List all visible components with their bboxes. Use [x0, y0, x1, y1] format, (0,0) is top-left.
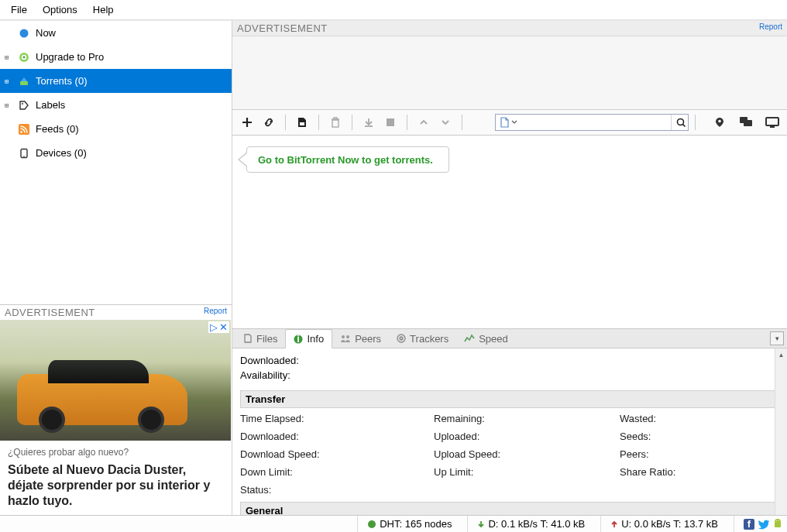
bundles-button[interactable]: [710, 113, 730, 132]
share-ratio-label: Share Ratio:: [620, 465, 779, 479]
down-limit-label: Down Limit:: [240, 465, 418, 479]
tab-files[interactable]: Files: [235, 330, 285, 348]
sidebar: Now ⊞ Upgrade to Pro ⊞ Torrents (0) ⊞ La…: [0, 21, 232, 515]
ad-headline[interactable]: Súbete al Nuevo Dacia Duster, déjate sor…: [8, 462, 224, 509]
device-icon: [19, 148, 29, 159]
svg-text:i: i: [297, 335, 301, 344]
move-up-button[interactable]: [414, 113, 434, 132]
tab-info[interactable]: i Info: [285, 329, 332, 348]
add-url-button[interactable]: [259, 113, 279, 132]
menu-bar: File Options Help: [0, 0, 787, 20]
svg-point-13: [678, 118, 684, 125]
sidebar-item-label: Torrents (0): [36, 75, 87, 87]
transfer-section-header: Transfer: [240, 390, 779, 408]
sidebar-item-devices[interactable]: Devices (0): [0, 141, 232, 165]
svg-point-5: [22, 103, 23, 105]
search-button[interactable]: [671, 115, 688, 130]
upload-status[interactable]: U: 0.0 kB/s T: 13.7 kB: [600, 516, 718, 532]
svg-rect-6: [19, 124, 29, 135]
svg-point-7: [20, 131, 22, 133]
social-links: f: [734, 516, 782, 532]
menu-help[interactable]: Help: [87, 2, 120, 17]
chevron-down-icon[interactable]: [511, 117, 517, 128]
add-torrent-button[interactable]: [237, 113, 257, 132]
move-down-button[interactable]: [435, 113, 455, 132]
sidebar-item-upgrade[interactable]: ⊞ Upgrade to Pro: [0, 45, 232, 69]
upgrade-icon: [19, 52, 29, 63]
ad-choices[interactable]: ▷✕: [208, 321, 229, 333]
sidebar-item-label: Labels: [36, 99, 65, 111]
create-torrent-button[interactable]: [292, 113, 312, 132]
sidebar-item-torrents[interactable]: ⊞ Torrents (0): [0, 69, 232, 93]
sidebar-item-now[interactable]: Now: [0, 21, 232, 45]
download-icon: [477, 520, 485, 528]
content-pane: ADVERTISEMENT Report: [232, 21, 787, 515]
torrents-icon: [19, 76, 29, 87]
remaining-label: Remaining:: [434, 411, 604, 426]
sidebar-item-label: Upgrade to Pro: [36, 51, 104, 63]
upload-icon: [610, 520, 618, 528]
ad-image[interactable]: ▷✕: [0, 320, 231, 441]
svg-rect-4: [20, 81, 28, 85]
remote-button[interactable]: [762, 113, 782, 132]
menu-options[interactable]: Options: [36, 2, 84, 17]
sidebar-item-labels[interactable]: ⊞ Labels: [0, 93, 232, 117]
detail-tabs: Files i Info Peers Trackers Speed ▾: [232, 328, 787, 348]
svg-text:f: f: [747, 519, 751, 530]
twitter-icon[interactable]: [758, 519, 770, 530]
facebook-icon[interactable]: f: [744, 519, 754, 530]
tag-icon: [19, 100, 29, 111]
availability-label: Availability:: [240, 368, 779, 386]
sidebar-item-label: Now: [36, 27, 56, 39]
expand-icon[interactable]: ⊞: [5, 77, 12, 85]
expand-icon[interactable]: ⊞: [5, 101, 12, 109]
svg-point-20: [342, 335, 345, 338]
ad-label: ADVERTISEMENT: [237, 22, 328, 34]
sidebar-item-feeds[interactable]: Feeds (0): [0, 117, 232, 141]
download-status[interactable]: D: 0.1 kB/s T: 41.0 kB: [467, 516, 585, 532]
svg-rect-16: [744, 120, 752, 126]
sidebar-item-label: Feeds (0): [36, 123, 79, 135]
tab-trackers[interactable]: Trackers: [389, 330, 456, 348]
wasted-label: Wasted:: [620, 411, 779, 426]
chat-button[interactable]: [736, 113, 756, 132]
ul-speed-label: Upload Speed:: [434, 447, 604, 462]
stop-button[interactable]: [380, 113, 400, 132]
start-button[interactable]: [359, 113, 379, 132]
svg-point-9: [23, 156, 25, 157]
svg-point-24: [400, 338, 402, 339]
svg-point-29: [776, 520, 777, 520]
sidebar-item-label: Devices (0): [36, 147, 87, 159]
now-icon: [19, 28, 29, 39]
search-box[interactable]: [495, 114, 689, 131]
trackers-icon: [397, 334, 406, 343]
ad-report-link[interactable]: Report: [204, 307, 227, 318]
dht-status[interactable]: DHT: 165 nodes: [357, 516, 452, 532]
scrollbar[interactable]: ▲: [775, 348, 787, 515]
android-icon[interactable]: [773, 519, 782, 530]
uploaded-label: Uploaded:: [434, 429, 604, 444]
delete-button[interactable]: [325, 113, 345, 132]
svg-rect-17: [766, 118, 778, 125]
ad-report-link[interactable]: Report: [759, 22, 782, 34]
svg-rect-28: [775, 522, 781, 527]
search-input[interactable]: [517, 117, 671, 128]
tab-peers[interactable]: Peers: [332, 330, 389, 348]
expand-icon[interactable]: ⊞: [5, 53, 12, 61]
status-label: Status:: [240, 482, 418, 497]
promo-banner[interactable]: Go to BitTorrent Now to get torrents.: [246, 146, 449, 173]
ad-label: ADVERTISEMENT: [5, 307, 95, 318]
network-icon: [367, 520, 376, 529]
svg-point-3: [23, 56, 26, 58]
svg-point-21: [346, 335, 349, 338]
menu-file[interactable]: File: [5, 2, 33, 17]
sidebar-nav: Now ⊞ Upgrade to Pro ⊞ Torrents (0) ⊞ La…: [0, 21, 232, 304]
svg-rect-12: [387, 118, 394, 126]
toolbar: [232, 110, 787, 136]
up-limit-label: Up Limit:: [434, 465, 604, 479]
file-icon: [499, 117, 510, 128]
rss-icon: [19, 124, 29, 135]
tab-overflow-button[interactable]: ▾: [770, 331, 784, 345]
tab-speed[interactable]: Speed: [456, 330, 516, 348]
torrent-list-area: Go to BitTorrent Now to get torrents.: [232, 136, 787, 328]
